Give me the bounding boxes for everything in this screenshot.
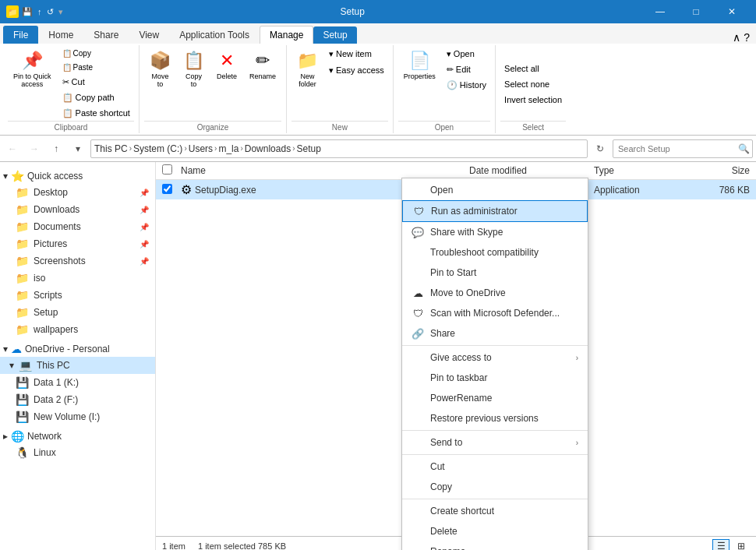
cut-button[interactable]: ✂ Cut xyxy=(58,75,134,90)
maximize-button[interactable]: □ xyxy=(678,0,714,23)
sidebar-item-data2[interactable]: 💾 Data 2 (F:) xyxy=(0,391,155,408)
file-checkbox[interactable] xyxy=(162,184,172,194)
ctx-powerrename[interactable]: PowerRename xyxy=(402,388,588,408)
forward-button[interactable]: → xyxy=(25,139,44,158)
delete-button[interactable]: ✕ Delete xyxy=(211,47,242,84)
select-none-button[interactable]: Select none xyxy=(500,77,553,91)
ctx-give-access[interactable]: Give access to › xyxy=(402,347,588,368)
easy-access-label: ▾ Easy access xyxy=(329,65,384,76)
sidebar-item-iso[interactable]: 📁 iso xyxy=(0,270,155,287)
bc-mla[interactable]: m_la xyxy=(218,143,238,154)
copy-path-label: 📋 Copy path xyxy=(62,93,115,103)
collapse-icon[interactable]: ∧ xyxy=(733,31,740,44)
open-dropdown-button[interactable]: ▾ Open xyxy=(443,47,490,62)
ctx-send-to[interactable]: Send to › xyxy=(402,432,588,453)
breadcrumb[interactable]: This PC › System (C:) › Users › m_la › D… xyxy=(90,139,588,158)
recent-button[interactable]: ▾ xyxy=(69,139,87,158)
col-size-header[interactable]: Size xyxy=(687,165,750,176)
sidebar-quick-access[interactable]: ▾ ⭐ Quick access xyxy=(0,165,155,184)
copy-to-button[interactable]: 📋 Copyto xyxy=(178,47,210,92)
ribbon-collapse[interactable]: ∧ ? xyxy=(733,31,753,44)
bc-downloads[interactable]: Downloads xyxy=(245,143,291,154)
col-date-header[interactable]: Date modified xyxy=(469,165,594,176)
easy-access-button[interactable]: ▾ Easy access xyxy=(325,63,388,78)
tab-file[interactable]: File xyxy=(3,26,38,44)
new-item-button[interactable]: ▾ New item xyxy=(325,47,388,62)
quick-access-save[interactable]: 💾 xyxy=(22,7,33,17)
sidebar-item-pictures[interactable]: 📁 Pictures 📌 xyxy=(0,235,155,252)
sidebar-item-screenshots[interactable]: 📁 Screenshots 📌 xyxy=(0,252,155,270)
sidebar-item-linux[interactable]: 🐧 Linux xyxy=(0,444,155,461)
ctx-create-shortcut[interactable]: Create shortcut xyxy=(402,501,588,521)
ctx-scan-defender[interactable]: 🛡 Scan with Microsoft Defender... xyxy=(402,303,588,323)
sidebar-network[interactable]: ▸ 🌐 Network xyxy=(0,425,155,444)
bc-system-c[interactable]: System (C:) xyxy=(133,143,182,154)
ctx-run-as-admin[interactable]: 🛡 Run as administrator xyxy=(402,200,588,222)
details-view-button[interactable]: ☰ xyxy=(712,539,730,551)
ctx-troubleshoot[interactable]: Troubleshoot compatibility xyxy=(402,242,588,263)
properties-button[interactable]: 📄 Properties xyxy=(398,47,441,84)
sidebar-item-documents[interactable]: 📁 Documents 📌 xyxy=(0,218,155,235)
invert-selection-button[interactable]: Invert selection xyxy=(500,93,566,107)
tab-manage[interactable]: Manage xyxy=(260,26,313,44)
move-to-button[interactable]: 📦 Moveto xyxy=(144,47,176,92)
quick-access-refresh[interactable]: ↺ xyxy=(47,7,54,17)
ctx-share-skype[interactable]: 💬 Share with Skype xyxy=(402,222,588,242)
search-input[interactable] xyxy=(613,139,753,158)
ctx-cut[interactable]: Cut xyxy=(402,457,588,477)
ctx-pin-taskbar[interactable]: Pin to taskbar xyxy=(402,368,588,388)
copy-path-button[interactable]: 📋 Copy path xyxy=(58,90,134,105)
quick-access-up[interactable]: ↑ xyxy=(37,7,42,16)
file-checkbox-wrapper[interactable] xyxy=(162,184,181,196)
tab-application-tools[interactable]: Application Tools xyxy=(169,26,260,44)
ctx-open[interactable]: Open xyxy=(402,180,588,200)
sidebar: ▾ ⭐ Quick access 📁 Desktop 📌 📁 Downloads… xyxy=(0,162,156,550)
sidebar-item-wallpapers[interactable]: 📁 wallpapers xyxy=(0,321,155,338)
organize-label: Organize xyxy=(144,121,281,132)
new-folder-button[interactable]: 📁 Newfolder xyxy=(291,47,323,92)
sidebar-item-desktop[interactable]: 📁 Desktop 📌 xyxy=(0,184,155,201)
paste-shortcut-button[interactable]: 📋 Paste shortcut xyxy=(58,106,134,121)
header-check[interactable] xyxy=(162,164,181,177)
edit-button[interactable]: ✏ Edit xyxy=(443,62,490,77)
history-button[interactable]: 🕐 History xyxy=(443,78,490,93)
sidebar-item-downloads[interactable]: 📁 Downloads 📌 xyxy=(0,201,155,218)
up-button[interactable]: ↑ xyxy=(47,139,65,158)
large-icons-view-button[interactable]: ⊞ xyxy=(733,539,750,551)
bc-this-pc[interactable]: This PC xyxy=(94,143,128,154)
select-all-checkbox[interactable] xyxy=(162,164,172,175)
pin-to-quick-button[interactable]: 📌 Pin to Quickaccess xyxy=(8,47,57,92)
sidebar-item-scripts[interactable]: 📁 Scripts xyxy=(0,287,155,304)
sidebar-item-newvolume[interactable]: 💾 New Volume (I:) xyxy=(0,408,155,425)
sidebar-item-this-pc[interactable]: ▾ 💻 This PC xyxy=(0,357,155,374)
ctx-restore-versions[interactable]: Restore previous versions xyxy=(402,408,588,428)
tab-share[interactable]: Share xyxy=(83,26,129,44)
bc-setup[interactable]: Setup xyxy=(296,143,320,154)
paste-button[interactable]: 📋 Paste xyxy=(58,61,134,74)
ctx-copy[interactable]: Copy xyxy=(402,477,588,497)
tab-view[interactable]: View xyxy=(129,26,169,44)
ctx-share[interactable]: 🔗 Share xyxy=(402,323,588,344)
select-all-button[interactable]: Select all xyxy=(500,62,543,76)
ctx-delete[interactable]: Delete xyxy=(402,521,588,541)
help-icon[interactable]: ? xyxy=(744,31,750,44)
ctx-move-onedrive[interactable]: ☁ Move to OneDrive xyxy=(402,283,588,303)
sidebar-item-data1[interactable]: 💾 Data 1 (K:) xyxy=(0,374,155,391)
refresh-button[interactable]: ↻ xyxy=(591,139,609,158)
col-name-header[interactable]: Name xyxy=(181,165,469,176)
rename-button[interactable]: ✏ Rename xyxy=(244,47,281,84)
tab-setup[interactable]: Setup xyxy=(313,26,356,44)
minimize-button[interactable]: — xyxy=(642,0,678,23)
tab-home[interactable]: Home xyxy=(38,26,83,44)
close-button[interactable]: ✕ xyxy=(714,0,750,23)
col-type-header[interactable]: Type xyxy=(594,165,687,176)
copy-button[interactable]: 📋 Copy xyxy=(58,47,134,60)
linux-icon: 🐧 xyxy=(16,446,29,459)
select-buttons: Select all Select none Invert selection xyxy=(500,47,566,121)
back-button[interactable]: ← xyxy=(3,139,22,158)
sidebar-item-setup[interactable]: 📁 Setup xyxy=(0,304,155,321)
ctx-rename[interactable]: Rename xyxy=(402,541,588,550)
sidebar-onedrive[interactable]: ▾ ☁ OneDrive - Personal xyxy=(0,338,155,357)
bc-users[interactable]: Users xyxy=(189,143,213,154)
ctx-pin-start[interactable]: Pin to Start xyxy=(402,263,588,283)
